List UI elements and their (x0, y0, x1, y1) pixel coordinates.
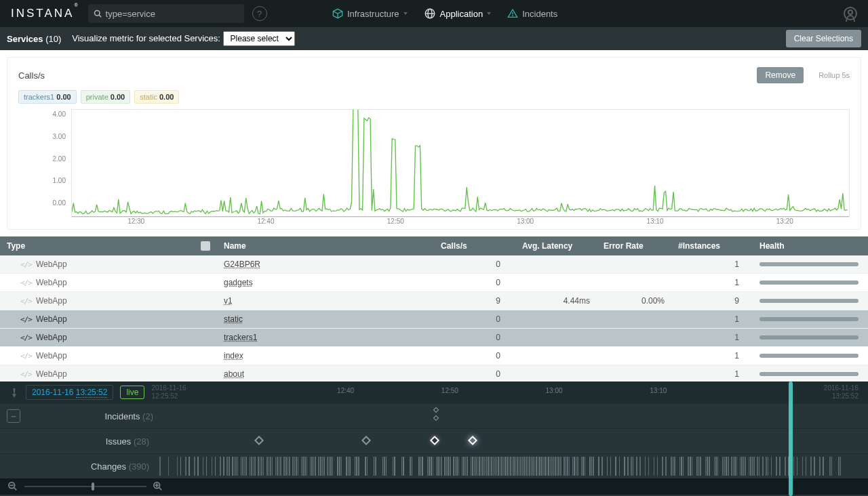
select-all-checkbox[interactable] (201, 241, 210, 251)
globe-icon (424, 7, 436, 20)
chevron-down-icon (487, 12, 491, 15)
table-row[interactable]: </>WebAppgadgets01 (0, 274, 868, 292)
chart-card: Calls/s Remove Rollup 5s trackers1 0.00 … (7, 57, 861, 230)
instances-cell: 1 (671, 314, 753, 324)
live-indicator[interactable]: live (120, 386, 144, 399)
service-link[interactable]: v1 (224, 296, 233, 306)
pin-icon[interactable] (9, 387, 19, 398)
service-link[interactable]: trackers1 (224, 333, 257, 342)
nav-application[interactable]: Application (424, 7, 492, 20)
timeline-header: 2016-11-16 13:25:52 live 2016-11-1612:25… (0, 381, 868, 403)
col-header-health[interactable]: Health (753, 241, 854, 251)
service-link[interactable]: gadgets (224, 278, 253, 287)
type-cell: WebApp (36, 278, 67, 287)
col-header-latency[interactable]: Avg. Latency (515, 241, 597, 251)
top-nav: INSTANA® type=service ? Infrastructure A… (0, 0, 868, 27)
calls-cell: 0 (434, 260, 515, 269)
table-row[interactable]: </>WebAppv194.44ms0.00%9 (0, 292, 868, 310)
table-row[interactable]: </>WebAppabout01 (0, 365, 868, 384)
timeline: 2016-11-16 13:25:52 live 2016-11-1612:25… (0, 381, 868, 496)
zoom-out-icon[interactable] (8, 482, 18, 491)
table-row[interactable]: </>WebAppG24BP6R01 (0, 255, 868, 274)
type-cell: WebApp (36, 369, 67, 379)
health-cell (753, 335, 868, 339)
instances-cell: 1 (671, 333, 753, 342)
y-axis: 4.003.002.001.000.00 (18, 109, 71, 218)
changes-row[interactable]: Changes (390) (0, 453, 868, 478)
svg-line-3 (333, 12, 338, 14)
issues-row[interactable]: Issues (28) (0, 428, 868, 453)
code-icon: </> (20, 297, 32, 306)
svg-line-4 (338, 12, 342, 14)
code-icon: </> (20, 333, 32, 342)
incidents-row[interactable]: − Incidents (2) (0, 403, 868, 428)
svg-line-13 (14, 488, 17, 491)
incidents-canvas[interactable] (160, 404, 845, 428)
services-heading: Services (10) (7, 34, 61, 44)
nav-infrastructure[interactable]: Infrastructure (332, 8, 408, 19)
table-row[interactable]: </>WebApptrackers101 (0, 329, 868, 347)
service-link[interactable]: index (224, 351, 243, 360)
table-row[interactable]: </>WebAppstatic01 (0, 310, 868, 329)
service-link[interactable]: about (224, 369, 244, 379)
legend-pill[interactable]: static 0.00 (134, 90, 179, 104)
collapse-toggle[interactable]: − (7, 409, 20, 423)
svg-line-16 (159, 488, 162, 491)
clear-selections-button[interactable]: Clear Selections (786, 30, 861, 47)
timeline-scale[interactable]: 12:40 12:50 13:00 13:10 (199, 381, 812, 403)
user-avatar[interactable] (844, 7, 857, 20)
timeline-start: 2016-11-1612:25:52 (151, 384, 186, 400)
service-link[interactable]: G24BP6R (224, 260, 260, 269)
search-input[interactable]: type=service (88, 4, 244, 23)
health-cell (753, 299, 868, 303)
calls-cell: 9 (434, 296, 515, 306)
col-header-type[interactable]: Type (7, 241, 25, 251)
zoom-handle[interactable] (92, 482, 94, 491)
chart-line (72, 110, 849, 217)
col-header-calls[interactable]: Calls/s (434, 241, 515, 251)
timeline-cursor[interactable] (789, 381, 793, 496)
table-row[interactable]: </>WebAppindex01 (0, 347, 868, 365)
instances-cell: 1 (671, 369, 753, 379)
chart-title: Calls/s (18, 70, 45, 81)
legend-pill[interactable]: private 0.00 (81, 90, 131, 104)
chart-remove-button[interactable]: Remove (757, 67, 804, 83)
alert-icon (507, 8, 518, 19)
col-header-inst[interactable]: #Instances (671, 241, 753, 251)
health-cell (753, 354, 868, 358)
timeline-datetime[interactable]: 2016-11-16 13:25:52 (26, 385, 113, 400)
legend-pill[interactable]: trackers1 0.00 (18, 90, 77, 104)
type-cell: WebApp (36, 351, 67, 360)
sub-nav: Services (10) Visualize metric for selec… (0, 27, 868, 50)
table-head: Type Name Calls/s Avg. Latency Error Rat… (0, 236, 868, 255)
nav-incidents[interactable]: Incidents (507, 8, 557, 19)
instances-cell: 1 (671, 351, 753, 360)
instances-cell: 9 (671, 296, 753, 306)
code-icon: </> (20, 370, 32, 379)
health-cell (753, 281, 868, 285)
timeline-end: 2016-11-1613:25:52 (824, 384, 859, 400)
calls-cell: 0 (434, 369, 515, 379)
health-cell (753, 372, 868, 376)
code-icon: </> (20, 260, 32, 269)
issues-canvas[interactable] (156, 429, 845, 453)
service-link[interactable]: static (224, 314, 243, 324)
col-header-name[interactable]: Name (217, 241, 434, 251)
zoom-track[interactable] (24, 486, 146, 487)
zoom-slider (0, 478, 868, 495)
chart-legend: trackers1 0.00 private 0.00 static 0.00 (18, 90, 850, 104)
changes-canvas[interactable] (156, 454, 845, 478)
visualize-select[interactable]: Please select (223, 31, 295, 46)
chart-plot[interactable] (71, 109, 850, 218)
cube-icon (332, 8, 343, 19)
col-header-err[interactable]: Error Rate (597, 241, 671, 251)
calls-cell: 0 (434, 351, 515, 360)
help-icon[interactable]: ? (252, 6, 267, 21)
brand-logo: INSTANA® (11, 7, 80, 20)
search-value: type=service (106, 9, 155, 19)
svg-line-1 (99, 15, 101, 17)
zoom-in-icon[interactable] (153, 482, 163, 491)
svg-point-11 (513, 16, 513, 16)
type-cell: WebApp (36, 296, 67, 306)
code-icon: </> (20, 315, 32, 324)
